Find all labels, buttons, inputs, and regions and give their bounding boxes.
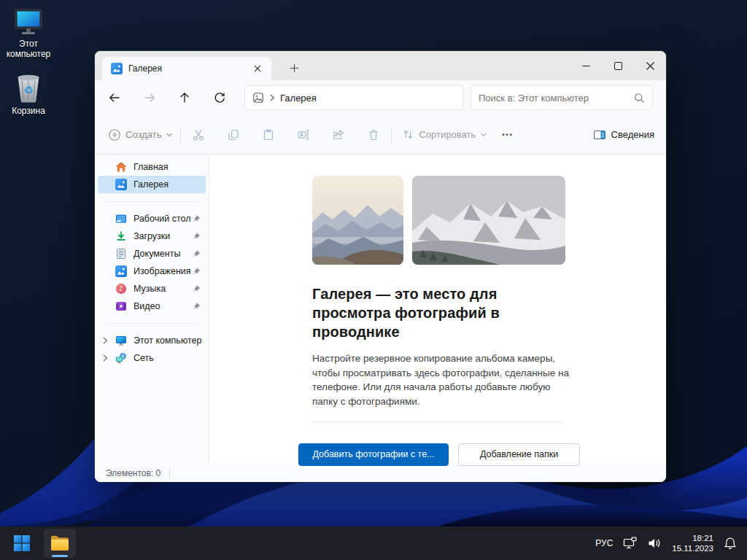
taskbar: РУС 18:21 15.11.2023 [0, 526, 747, 560]
sidebar-item-network[interactable]: Сеть [98, 349, 206, 367]
sidebar-item-home[interactable]: Главная [98, 158, 206, 176]
up-button[interactable] [173, 86, 196, 109]
sidebar-item-label: Видео [133, 301, 160, 311]
computer-icon [115, 335, 127, 346]
more-options-button[interactable]: ••• [493, 131, 522, 139]
pin-icon [193, 268, 201, 276]
gallery-content: Галерея — это место для просмотра фотогр… [209, 155, 666, 464]
add-folder-button[interactable]: Добавление папки [458, 443, 580, 466]
sidebar-item-desktop[interactable]: Рабочий стол [98, 210, 206, 228]
desktop-icon-recycle-bin[interactable]: ♻ Корзина [0, 73, 57, 116]
sample-photo-misty-mountains [312, 176, 403, 265]
recycle-bin-icon: ♻ [0, 73, 57, 104]
svg-text:♻: ♻ [23, 84, 33, 97]
sidebar-item-gallery[interactable]: Галерея [98, 176, 206, 193]
tab-gallery[interactable]: Галерея [102, 57, 271, 80]
sidebar-item-documents[interactable]: Документы [98, 245, 206, 262]
notifications-bell-icon[interactable] [724, 537, 737, 550]
sort-arrows-icon [402, 128, 414, 141]
home-icon [115, 161, 127, 173]
sidebar-item-downloads[interactable]: Загрузки [98, 228, 206, 245]
status-bar: Элементов: 0 [95, 464, 666, 482]
sidebar-divider [102, 201, 201, 202]
search-input[interactable]: Поиск в: Этот компьютер [471, 85, 653, 110]
gallery-icon [111, 63, 123, 74]
chevron-right-icon[interactable] [101, 354, 109, 362]
sidebar-item-pictures[interactable]: Изображения [98, 262, 206, 280]
gallery-icon [115, 179, 127, 190]
sidebar-item-label: Загрузки [133, 231, 170, 241]
details-pane-button[interactable]: Сведения [593, 128, 654, 141]
address-bar[interactable]: Галерея [244, 85, 463, 110]
sidebar-item-music[interactable]: ♪ Музыка [98, 280, 206, 298]
new-tab-button[interactable] [283, 57, 305, 79]
pin-icon [193, 215, 201, 223]
back-button[interactable] [103, 86, 126, 109]
minimize-button[interactable] [570, 51, 602, 80]
sidebar-item-label: Галерея [133, 179, 169, 190]
navigation-bar: Галерея Поиск в: Этот компьютер [95, 80, 666, 115]
taskbar-file-explorer-button[interactable] [44, 529, 76, 558]
sample-photo-snowy-mountains [412, 176, 565, 265]
chevron-down-icon [166, 132, 173, 138]
new-button[interactable]: Создать [101, 128, 180, 141]
plus-circle-icon [108, 128, 121, 141]
breadcrumb-chevron-icon [269, 94, 275, 101]
desktop-icon-label: Этот компьютер [0, 39, 57, 60]
music-icon: ♪ [115, 283, 127, 295]
sidebar-divider [102, 323, 201, 324]
cut-button[interactable] [181, 120, 216, 149]
status-divider [169, 469, 170, 478]
sidebar-item-videos[interactable]: Видео [98, 298, 206, 315]
computer-icon [0, 9, 57, 36]
start-button[interactable] [6, 529, 38, 558]
pin-icon [193, 303, 201, 311]
desktop-icon-this-pc[interactable]: Этот компьютер [0, 9, 57, 60]
time: 18:21 [672, 533, 713, 543]
language-indicator[interactable]: РУС [595, 538, 613, 548]
maximize-button[interactable] [602, 51, 634, 80]
sidebar-item-this-pc[interactable]: Этот компьютер [98, 332, 206, 349]
network-icon [115, 352, 127, 364]
tab-bar: Галерея [95, 51, 666, 80]
volume-icon[interactable] [648, 537, 662, 549]
navigation-pane: Главная Галерея Рабочий стол [95, 155, 209, 464]
breadcrumb[interactable]: Галерея [280, 93, 317, 104]
network-icon[interactable] [623, 537, 638, 550]
paste-button[interactable] [251, 120, 286, 149]
content-divider [312, 422, 565, 423]
tab-close-icon[interactable] [249, 61, 266, 77]
sidebar-item-label: Этот компьютер [133, 335, 201, 346]
new-button-label: Создать [125, 129, 161, 140]
rename-button[interactable] [286, 120, 321, 149]
file-explorer-window: Галерея [95, 51, 666, 482]
pin-icon [193, 285, 201, 293]
sidebar-item-label: Музыка [133, 284, 166, 294]
close-button[interactable] [634, 51, 666, 80]
sidebar-item-label: Рабочий стол [133, 214, 190, 224]
command-bar: Создать Сортировать [95, 115, 666, 155]
sidebar-item-label: Изображения [133, 266, 191, 276]
refresh-button[interactable] [208, 86, 231, 109]
videos-icon [115, 300, 127, 312]
delete-button[interactable] [356, 120, 391, 149]
toolbar-separator [391, 126, 392, 144]
gallery-heading: Галерея — это место для просмотра фотогр… [312, 284, 569, 341]
chevron-right-icon[interactable] [101, 336, 109, 345]
copy-button[interactable] [216, 120, 251, 149]
pictures-icon [115, 265, 127, 277]
add-phone-photos-button[interactable]: Добавить фотографии с те... [298, 443, 449, 466]
sort-button[interactable]: Сортировать [396, 128, 493, 141]
clock[interactable]: 18:21 15.11.2023 [672, 533, 713, 553]
sort-button-label: Сортировать [419, 129, 476, 140]
documents-icon [115, 248, 127, 260]
forward-button[interactable] [138, 86, 161, 109]
pin-icon [193, 233, 201, 241]
details-button-label: Сведения [611, 129, 654, 140]
desktop-folder-icon [115, 213, 127, 225]
pin-icon [193, 250, 201, 258]
sidebar-item-label: Сеть [133, 353, 154, 363]
picture-outline-icon [252, 92, 264, 104]
desktop-icon-label: Корзина [0, 106, 57, 116]
share-button[interactable] [321, 120, 356, 149]
